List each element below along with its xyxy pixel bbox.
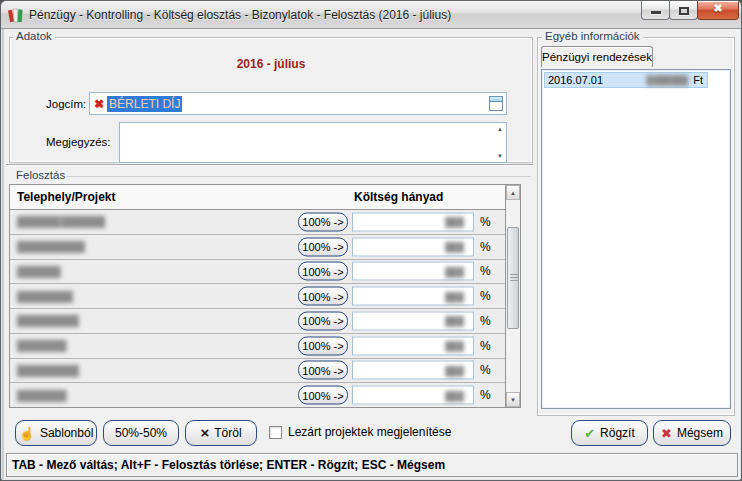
felosztas-group-label: Felosztás <box>13 169 68 181</box>
megjegyzes-textarea[interactable]: ▲ ▼ <box>119 122 507 163</box>
percent-value-redacted: ██,█ <box>445 242 463 252</box>
percent-input[interactable]: ██,█ <box>352 237 474 256</box>
fifty-fifty-button[interactable]: 50%-50% <box>103 420 179 446</box>
percent-unit: % <box>480 240 491 254</box>
percent-input[interactable]: ██,█ <box>352 361 474 380</box>
percent-value-redacted: ██,█ <box>445 266 463 276</box>
rogzit-button[interactable]: ✔ Rögzít <box>571 420 648 446</box>
lookup-window-icon[interactable] <box>489 96 503 111</box>
table-header: Telephely/Projekt Költség hányad <box>10 185 520 210</box>
scrollbar-up-icon[interactable]: ▲ <box>506 185 520 200</box>
scrollbar-down-icon[interactable]: ▼ <box>506 392 520 407</box>
table-scrollbar[interactable]: ▲ ▼ <box>505 185 520 407</box>
minimize-icon <box>651 11 661 14</box>
table-row: ███████████ 100% -> ██,█ % <box>10 235 520 260</box>
clear-field-icon[interactable]: ✖ <box>94 97 104 111</box>
set-100-percent-button[interactable]: 100% -> <box>298 212 348 231</box>
jogcim-input[interactable]: ✖ BÉRLETI DÍJ <box>89 92 507 115</box>
currency-label: Ft <box>693 74 703 86</box>
site-name-redacted: ███████ ███████ <box>17 216 104 227</box>
set-100-percent-button[interactable]: 100% -> <box>298 386 348 405</box>
site-name-redacted: ██████████ <box>17 315 78 326</box>
maximize-button[interactable] <box>669 1 698 20</box>
table-row: ███████ ███████ 100% -> ██,█ % <box>10 210 520 235</box>
section-divider <box>6 164 533 166</box>
close-icon: ✖ <box>698 2 738 15</box>
fifty-fifty-label: 50%-50% <box>115 426 167 440</box>
hand-pointer-icon: ☝ <box>19 426 35 441</box>
allocation-table: Telephely/Projekt Költség hányad ███████… <box>9 184 521 408</box>
percent-value-redacted: ██,█ <box>445 341 463 351</box>
percent-unit: % <box>480 314 491 328</box>
check-icon: ✔ <box>584 426 595 441</box>
percent-value-redacted: ██,█ <box>445 291 463 301</box>
set-100-percent-button[interactable]: 100% -> <box>298 262 348 281</box>
lezart-projektek-checkbox[interactable] <box>269 426 282 439</box>
site-name-redacted: ████████ <box>17 340 66 351</box>
cancel-x-icon: ✖ <box>661 426 672 441</box>
site-name-redacted: ██████████ <box>17 365 78 376</box>
site-name-redacted: █████████ <box>17 291 72 302</box>
list-item[interactable]: 2016.07.01 █ ███ ███ Ft <box>544 72 708 88</box>
table-row: █████████ 100% -> ██,█ % <box>10 284 520 309</box>
period-title: 2016 - július <box>9 57 533 71</box>
megsem-button[interactable]: ✖ Mégsem <box>653 420 731 446</box>
megjegyzes-label: Megjegyzés: <box>46 136 111 148</box>
sablonbol-label: Sablonból <box>40 426 93 440</box>
title-bar[interactable]: Pénzügy - Kontrolling - Költség elosztás… <box>1 1 742 29</box>
jogcim-value: BÉRLETI DÍJ <box>107 96 182 112</box>
set-100-percent-button[interactable]: 100% -> <box>298 336 348 355</box>
set-100-percent-button[interactable]: 100% -> <box>298 311 348 330</box>
percent-unit: % <box>480 289 491 303</box>
egyeb-informaciok-group-label: Egyéb információk <box>542 30 643 42</box>
site-name-redacted: ███████ <box>17 266 60 277</box>
set-100-percent-button[interactable]: 100% -> <box>298 287 348 306</box>
percent-unit: % <box>480 264 491 278</box>
status-bar: TAB - Mező váltás; Alt+F - Felosztás tör… <box>6 453 738 477</box>
column-header-telephely: Telephely/Projekt <box>17 190 115 204</box>
percent-unit: % <box>480 339 491 353</box>
table-row: ███████ 100% -> ██,█ % <box>10 260 520 285</box>
percent-input[interactable]: ██,█ <box>352 336 474 355</box>
percent-input[interactable]: ██,█ <box>352 287 474 306</box>
scrollbar-grip-icon <box>510 274 518 281</box>
table-body: ███████ ███████ 100% -> ██,█ % █████████… <box>10 210 520 407</box>
set-100-percent-button[interactable]: 100% -> <box>298 361 348 380</box>
table-row: ██████████ 100% -> ██,█ % <box>10 309 520 334</box>
close-button[interactable]: ✖ <box>697 1 739 20</box>
percent-value-redacted: ██,█ <box>445 365 463 375</box>
settlement-amount-redacted: █ ███ ███ <box>647 75 688 85</box>
percent-input[interactable]: ██,█ <box>352 212 474 231</box>
megsem-label: Mégsem <box>677 426 723 440</box>
window-title: Pénzügy - Kontrolling - Költség elosztás… <box>29 8 451 22</box>
site-name-redacted: ███████████ <box>17 241 84 252</box>
table-row: ██████████ 100% -> ██,█ % <box>10 359 520 384</box>
lezart-projektek-checkbox-label[interactable]: Lezárt projektek megjelenítése <box>288 425 451 439</box>
table-row: ████████ 100% -> ██,█ % <box>10 383 520 407</box>
torol-button[interactable]: × Töröl <box>185 420 257 446</box>
scrollbar-thumb[interactable] <box>507 227 519 329</box>
percent-unit: % <box>480 388 491 402</box>
percent-input[interactable]: ██,█ <box>352 311 474 330</box>
percent-input[interactable]: ██,█ <box>352 262 474 281</box>
adatok-group-label: Adatok <box>13 30 55 42</box>
felosztas-group-line <box>67 176 531 177</box>
tab-penzugyi-rendezesek[interactable]: Pénzügyi rendezések <box>541 46 653 67</box>
scroll-up-icon[interactable]: ▲ <box>497 126 503 132</box>
set-100-percent-button[interactable]: 100% -> <box>298 237 348 256</box>
maximize-icon <box>679 7 689 15</box>
site-name-redacted: ████████ <box>17 390 66 401</box>
sablonbol-button[interactable]: ☝ Sablonból <box>15 420 97 446</box>
table-row: ████████ 100% -> ██,█ % <box>10 334 520 359</box>
percent-value-redacted: ██,█ <box>445 217 463 227</box>
minimize-button[interactable] <box>641 1 670 20</box>
status-hint-text: TAB - Mező váltás; Alt+F - Felosztás tör… <box>12 458 445 472</box>
jogcim-label: Jogcím: <box>46 98 86 110</box>
books-app-icon <box>8 7 24 23</box>
percent-input[interactable]: ██,█ <box>352 386 474 405</box>
percent-value-redacted: ██,█ <box>445 316 463 326</box>
scroll-down-icon[interactable]: ▼ <box>497 153 503 159</box>
column-header-koltseg: Költség hányad <box>354 190 443 204</box>
penzugyi-rendezesek-list[interactable]: 2016.07.01 █ ███ ███ Ft <box>541 69 731 409</box>
percent-unit: % <box>480 215 491 229</box>
